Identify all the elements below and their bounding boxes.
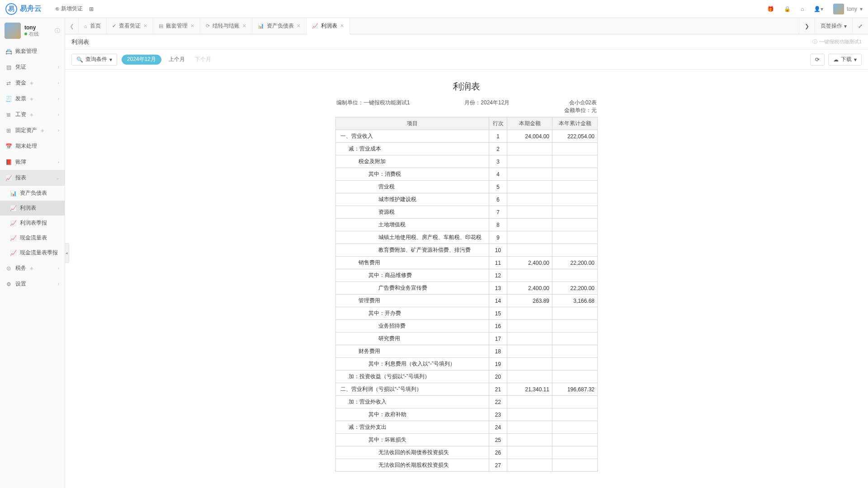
- sidebar-sub-item[interactable]: 📈利润表季报: [0, 216, 65, 230]
- user-menu-icon[interactable]: 👤▾: [814, 6, 823, 12]
- col-item: 项目: [336, 117, 489, 130]
- tabbar-next-button[interactable]: ❯: [799, 18, 815, 34]
- sidebar-item[interactable]: ▤凭证›: [0, 59, 65, 75]
- chevron-down-icon: ▾: [854, 56, 857, 63]
- cell-current: 263.89: [507, 295, 552, 307]
- sidebar-item[interactable]: 📅期末处理: [0, 138, 65, 154]
- tab[interactable]: ⌂首页: [79, 18, 107, 34]
- cell-item: 城市维护建设税: [339, 196, 486, 203]
- tab[interactable]: 📊资产负债表✕: [252, 18, 307, 34]
- tab-fullscreen-button[interactable]: ⤢: [852, 18, 868, 34]
- nav-icon: 📈: [10, 250, 16, 256]
- close-icon[interactable]: ✕: [297, 23, 301, 29]
- new-voucher-button[interactable]: ⊕ 新增凭证: [55, 5, 83, 13]
- cell-line: 18: [489, 345, 507, 358]
- prev-month-button[interactable]: 上个月: [166, 56, 188, 63]
- cell-ytd: [552, 408, 598, 421]
- tab-label: 首页: [90, 22, 101, 30]
- cell-item: 销售费用: [339, 259, 486, 267]
- tab[interactable]: ✔查看凭证✕: [107, 18, 153, 34]
- sidebar-item[interactable]: 📈报表⌄: [0, 170, 65, 186]
- tabbar-prev-button[interactable]: ❮: [65, 18, 79, 34]
- tab[interactable]: ⟳结转与结账✕: [200, 18, 252, 34]
- sidebar-item[interactable]: ≣工资◈›: [0, 107, 65, 122]
- close-icon[interactable]: ✕: [242, 23, 246, 29]
- cell-item: 一、营业收入: [339, 132, 486, 140]
- tab[interactable]: 📈利润表✕: [307, 18, 350, 34]
- close-icon[interactable]: ✕: [340, 23, 344, 29]
- sidebar-item[interactable]: 📕账簿›: [0, 154, 65, 170]
- cell-ytd: 22,200.00: [552, 282, 598, 295]
- avatar: [833, 4, 844, 14]
- sidebar-item[interactable]: ⊞固定资产◈›: [0, 122, 65, 138]
- app-logo[interactable]: 易 易舟云: [5, 3, 42, 15]
- home-icon[interactable]: ⌂: [801, 6, 804, 12]
- sidebar-sub-item[interactable]: 📈现金流量表季报: [0, 245, 65, 260]
- cell-current: [507, 168, 552, 181]
- cell-item: 税金及附加: [339, 158, 486, 165]
- chevron-down-icon: ▾: [844, 23, 847, 29]
- close-icon[interactable]: ✕: [143, 23, 147, 29]
- report-form-code: 会小企02表: [569, 99, 597, 106]
- cell-current: 21,340.11: [507, 383, 552, 396]
- period-pill[interactable]: 2024年12月: [122, 55, 161, 65]
- header-user-name: tony: [847, 6, 857, 12]
- cell-ytd: [552, 181, 598, 193]
- tab-label: 账套管理: [166, 22, 188, 30]
- cell-item: 资源税: [339, 208, 486, 216]
- table-row: 税金及附加3: [336, 155, 598, 168]
- refresh-button[interactable]: ⟳: [810, 54, 825, 66]
- tab-icon: ▤: [159, 23, 163, 29]
- table-row: 其中：利息费用（收入以“-”号填列）19: [336, 358, 598, 371]
- cell-ytd: [552, 244, 598, 257]
- header-user[interactable]: tony ▾: [833, 4, 863, 14]
- chevron-down-icon: ▾: [860, 6, 863, 12]
- cell-ytd: 222,054.00: [552, 130, 598, 143]
- download-button[interactable]: ☁ 下载 ▾: [828, 54, 862, 66]
- cell-current: [507, 219, 552, 231]
- nav-icon: 📅: [5, 143, 12, 150]
- tab-ops-button[interactable]: 页签操作 ▾: [815, 18, 852, 34]
- sidebar-item[interactable]: ⊙税务◈›: [0, 260, 65, 276]
- sidebar-user-status: 在线: [24, 31, 39, 38]
- sidebar-user[interactable]: tony 在线 ⓘ: [0, 18, 65, 43]
- table-row: 其中：政府补助23: [336, 408, 598, 421]
- table-row: 一、营业收入124,004.00222,054.00: [336, 130, 598, 143]
- cell-ytd: [552, 434, 598, 446]
- sidebar-item-label: 凭证: [15, 63, 26, 71]
- table-row: 其中：开办费15: [336, 307, 598, 320]
- cell-current: [507, 269, 552, 282]
- table-row: 广告费和业务宣传费132,400.0022,200.00: [336, 282, 598, 295]
- cell-item: 无法收回的长期债券投资损失: [339, 449, 486, 456]
- search-icon: 🔍: [76, 56, 83, 63]
- report-title: 利润表: [335, 72, 598, 99]
- cell-ytd: [552, 371, 598, 383]
- close-icon[interactable]: ✕: [190, 23, 194, 29]
- sidebar-sub-item[interactable]: 📈现金流量表: [0, 230, 65, 245]
- lock-icon[interactable]: 🔒: [784, 6, 791, 12]
- diamond-icon: ◈: [30, 96, 33, 101]
- gift-icon[interactable]: 🎁: [767, 6, 774, 12]
- diamond-icon: ◈: [41, 128, 44, 133]
- sidebar-sub-item[interactable]: 📈利润表: [0, 201, 65, 216]
- status-dot-icon: [24, 33, 27, 35]
- sidebar-item[interactable]: 🧾发票◈›: [0, 91, 65, 107]
- cell-ytd: 22,200.00: [552, 257, 598, 269]
- sidebar-sub-item[interactable]: 📊资产负债表: [0, 186, 65, 201]
- cell-item: 土地增值税: [339, 221, 486, 229]
- tab[interactable]: ▤账套管理✕: [153, 18, 200, 34]
- info-icon[interactable]: ⓘ: [55, 27, 60, 35]
- sidebar-item[interactable]: ⇄资金◈›: [0, 75, 65, 91]
- cell-item: 研究费用: [339, 335, 486, 343]
- query-conditions-button[interactable]: 🔍 查询条件 ▾: [71, 54, 117, 66]
- nav-icon: ≣: [5, 112, 12, 118]
- new-plain-button[interactable]: ⊞: [89, 6, 94, 12]
- cell-line: 26: [489, 446, 507, 459]
- report-container[interactable]: 利润表 编制单位：一键报税功能测试1 月份：2024年12月 会小企02表 金额…: [65, 70, 868, 488]
- sidebar-item[interactable]: ⚙设置›: [0, 276, 65, 292]
- table-row: 财务费用18: [336, 345, 598, 358]
- tabs: ⌂首页✔查看凭证✕▤账套管理✕⟳结转与结账✕📊资产负债表✕📈利润表✕: [79, 18, 350, 34]
- sidebar-collapse-handle[interactable]: ◂: [65, 243, 69, 263]
- cell-line: 11: [489, 257, 507, 269]
- sidebar-item[interactable]: 📇账套管理: [0, 43, 65, 59]
